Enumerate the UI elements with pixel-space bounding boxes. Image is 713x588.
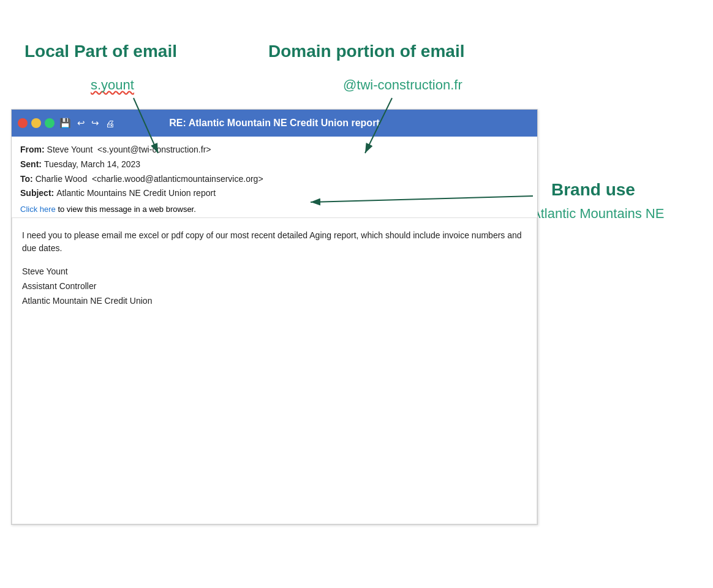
- domain-label: Domain portion of email: [268, 42, 464, 61]
- sent-date: Tuesday, March 14, 2023: [44, 159, 140, 169]
- click-here-suffix: to view this message in a web browser.: [56, 205, 196, 214]
- minimize-button[interactable]: [31, 118, 41, 128]
- to-row: To: Charlie Wood <charlie.wood@atlanticm…: [20, 172, 529, 187]
- subject-label: Subject:: [20, 188, 56, 198]
- from-name: Steve Yount: [47, 145, 93, 154]
- close-button[interactable]: [18, 118, 28, 128]
- web-browser-notice: Click here to view this message in a web…: [20, 205, 529, 214]
- from-row: From: Steve Yount <s.yount@twi-construct…: [20, 143, 529, 157]
- signature-title: Assistant Controller: [22, 279, 527, 294]
- email-signature: Steve Yount Assistant Controller Atlanti…: [22, 265, 527, 308]
- subject-row: Subject: Atlantic Mountains NE Credit Un…: [20, 186, 529, 201]
- sent-row: Sent: Tuesday, March 14, 2023: [20, 157, 529, 172]
- local-part-label: Local Part of email: [25, 42, 177, 61]
- brand-use-label: Brand use: [551, 180, 635, 200]
- local-part-value: s.yount: [91, 77, 134, 93]
- email-toolbar: 💾 ↩ ↪ 🖨 RE: Atlantic Mountain NE Credit …: [12, 110, 537, 137]
- brand-use-value: Atlantic Mountains NE: [532, 206, 664, 222]
- print-icon[interactable]: 🖨: [104, 118, 116, 129]
- to-label: To:: [20, 174, 36, 184]
- body-paragraph: I need you to please email me excel or p…: [22, 229, 527, 255]
- to-name: Charlie Wood: [36, 174, 88, 184]
- signature-name: Steve Yount: [22, 265, 527, 279]
- email-window: 💾 ↩ ↪ 🖨 RE: Atlantic Mountain NE Credit …: [11, 109, 538, 525]
- maximize-button[interactable]: [45, 118, 55, 128]
- signature-org: Atlantic Mountain NE Credit Union: [22, 294, 527, 309]
- forward-icon[interactable]: ↪: [90, 118, 100, 129]
- email-body: I need you to please email me excel or p…: [12, 218, 537, 524]
- email-subject-title: RE: Atlantic Mountain NE Credit Union re…: [169, 118, 379, 129]
- sent-label: Sent:: [20, 159, 44, 169]
- subject-value: Atlantic Mountains NE Credit Union repor…: [56, 188, 216, 198]
- to-email: <charlie.wood@atlanticmountainservice.or…: [92, 174, 263, 184]
- from-label: From:: [20, 145, 47, 154]
- reply-icon[interactable]: ↩: [76, 118, 86, 129]
- save-icon[interactable]: 💾: [58, 118, 72, 129]
- click-here-link[interactable]: Click here: [20, 205, 56, 214]
- local-part-email: s.yount: [91, 77, 134, 92]
- from-email: <s.yount@twi-construction.fr>: [97, 145, 211, 154]
- domain-value: @twi-construction.fr: [343, 77, 462, 93]
- email-headers: From: Steve Yount <s.yount@twi-construct…: [12, 137, 537, 218]
